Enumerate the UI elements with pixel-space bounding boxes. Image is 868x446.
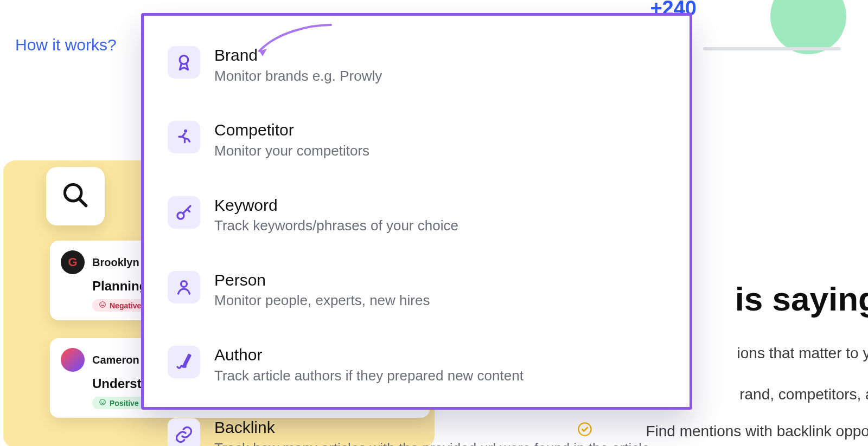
- search-tile[interactable]: [46, 167, 105, 225]
- option-author[interactable]: Author Track article authors if they pre…: [168, 337, 666, 393]
- person-icon: [168, 271, 200, 303]
- key-icon: [168, 196, 200, 229]
- svg-point-5: [100, 399, 106, 405]
- avatar: G: [61, 250, 85, 274]
- option-description: Monitor brands e.g. Prowly: [214, 67, 382, 86]
- smile-face-icon: [99, 398, 106, 408]
- svg-point-3: [101, 303, 102, 304]
- svg-point-10: [184, 130, 187, 133]
- avatar: [61, 348, 85, 372]
- sentiment-label: Positive: [110, 399, 139, 408]
- option-title: Backlink: [214, 418, 650, 437]
- decorative-green-circle: [770, 0, 846, 54]
- query-type-dropdown: Brand Monitor brands e.g. Prowly Competi…: [141, 13, 692, 410]
- option-description: Track keywords/phrases of your choice: [214, 217, 458, 235]
- option-backlink[interactable]: Backlink Track how many articles with th…: [168, 410, 666, 446]
- option-description: Monitor people, experts, new hires: [214, 292, 430, 310]
- search-icon: [61, 181, 90, 211]
- sentiment-badge-positive: Positive: [92, 397, 145, 409]
- option-description: Track article authors if they prepared n…: [214, 367, 524, 385]
- option-brand[interactable]: Brand Monitor brands e.g. Prowly: [168, 37, 666, 94]
- svg-point-7: [103, 401, 104, 402]
- svg-point-12: [181, 281, 187, 287]
- subhead-fragment-2: rand, competitors, ar: [739, 386, 868, 403]
- option-title: Person: [214, 271, 430, 290]
- running-person-icon: [168, 121, 200, 153]
- svg-point-6: [101, 401, 102, 402]
- how-it-works-link[interactable]: How it works?: [15, 36, 117, 54]
- option-keyword[interactable]: Keyword Track keywords/phrases of your c…: [168, 188, 666, 244]
- sentiment-label: Negative: [110, 301, 141, 310]
- sad-face-icon: [99, 301, 106, 310]
- option-title: Keyword: [214, 196, 458, 215]
- signature-pen-icon: [168, 346, 200, 378]
- svg-point-4: [103, 303, 104, 304]
- link-icon: [168, 418, 200, 446]
- subhead-fragment-1: ions that matter to yo: [737, 345, 868, 362]
- decorative-divider: [703, 47, 841, 50]
- option-competitor[interactable]: Competitor Monitor your competitors: [168, 112, 666, 169]
- headline-fragment: is saying: [735, 280, 868, 318]
- subhead-fragment-3: Find mentions with backlink opport: [646, 423, 868, 440]
- option-description: Track how many articles with the provide…: [214, 439, 650, 446]
- option-title: Brand: [214, 46, 382, 65]
- svg-line-1: [79, 199, 86, 206]
- option-description: Monitor your competitors: [214, 142, 369, 160]
- sentiment-badge-negative: Negative: [92, 299, 148, 312]
- option-person[interactable]: Person Monitor people, experts, new hire…: [168, 262, 666, 319]
- option-title: Author: [214, 346, 524, 365]
- option-title: Competitor: [214, 121, 369, 140]
- award-ribbon-icon: [168, 46, 200, 79]
- svg-point-2: [100, 302, 106, 308]
